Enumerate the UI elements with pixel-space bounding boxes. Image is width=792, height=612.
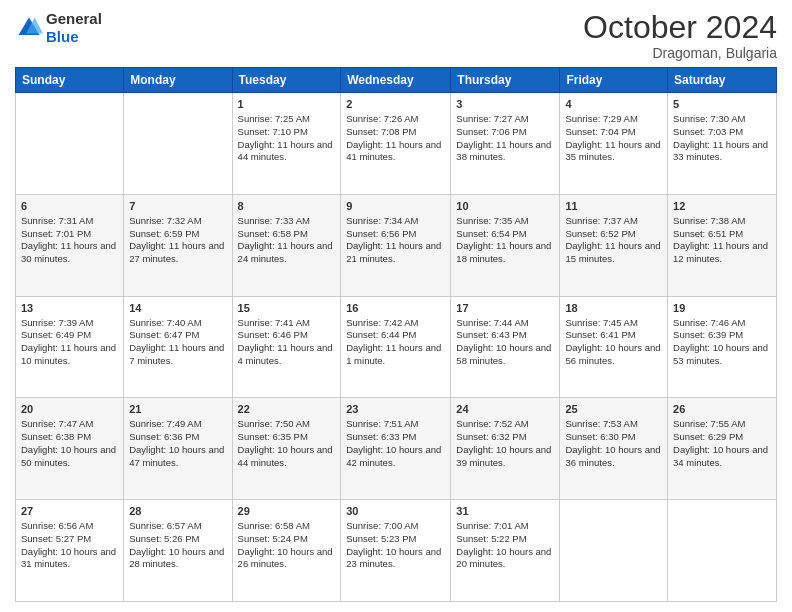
calendar-cell: 11Sunrise: 7:37 AMSunset: 6:52 PMDayligh… (560, 194, 668, 296)
daylight-text: Daylight: 10 hours and 42 minutes. (346, 444, 445, 470)
daylight-text: Daylight: 10 hours and 50 minutes. (21, 444, 118, 470)
sunrise-text: Sunrise: 7:01 AM (456, 520, 554, 533)
calendar-week-4: 20Sunrise: 7:47 AMSunset: 6:38 PMDayligh… (16, 398, 777, 500)
sunrise-text: Sunrise: 7:27 AM (456, 113, 554, 126)
daylight-text: Daylight: 11 hours and 12 minutes. (673, 240, 771, 266)
sunrise-text: Sunrise: 7:50 AM (238, 418, 336, 431)
sunset-text: Sunset: 6:35 PM (238, 431, 336, 444)
calendar-week-1: 1Sunrise: 7:25 AMSunset: 7:10 PMDaylight… (16, 93, 777, 195)
day-number: 21 (129, 402, 226, 417)
calendar-cell: 26Sunrise: 7:55 AMSunset: 6:29 PMDayligh… (668, 398, 777, 500)
day-number: 29 (238, 504, 336, 519)
daylight-text: Daylight: 11 hours and 10 minutes. (21, 342, 118, 368)
daylight-text: Daylight: 11 hours and 33 minutes. (673, 139, 771, 165)
day-number: 14 (129, 301, 226, 316)
daylight-text: Daylight: 10 hours and 31 minutes. (21, 546, 118, 572)
sunset-text: Sunset: 6:49 PM (21, 329, 118, 342)
sunset-text: Sunset: 5:22 PM (456, 533, 554, 546)
sunset-text: Sunset: 6:39 PM (673, 329, 771, 342)
calendar-header-friday: Friday (560, 68, 668, 93)
location: Dragoman, Bulgaria (583, 45, 777, 61)
daylight-text: Daylight: 11 hours and 27 minutes. (129, 240, 226, 266)
calendar-cell: 20Sunrise: 7:47 AMSunset: 6:38 PMDayligh… (16, 398, 124, 500)
daylight-text: Daylight: 10 hours and 58 minutes. (456, 342, 554, 368)
sunset-text: Sunset: 6:43 PM (456, 329, 554, 342)
calendar-cell: 30Sunrise: 7:00 AMSunset: 5:23 PMDayligh… (341, 500, 451, 602)
day-number: 24 (456, 402, 554, 417)
daylight-text: Daylight: 11 hours and 18 minutes. (456, 240, 554, 266)
calendar-cell: 1Sunrise: 7:25 AMSunset: 7:10 PMDaylight… (232, 93, 341, 195)
calendar-cell (124, 93, 232, 195)
sunrise-text: Sunrise: 7:26 AM (346, 113, 445, 126)
sunrise-text: Sunrise: 6:58 AM (238, 520, 336, 533)
sunset-text: Sunset: 7:03 PM (673, 126, 771, 139)
sunset-text: Sunset: 6:54 PM (456, 228, 554, 241)
daylight-text: Daylight: 10 hours and 23 minutes. (346, 546, 445, 572)
logo-blue: Blue (46, 28, 102, 46)
sunrise-text: Sunrise: 7:42 AM (346, 317, 445, 330)
day-number: 17 (456, 301, 554, 316)
daylight-text: Daylight: 11 hours and 7 minutes. (129, 342, 226, 368)
calendar-cell (16, 93, 124, 195)
calendar-cell: 24Sunrise: 7:52 AMSunset: 6:32 PMDayligh… (451, 398, 560, 500)
logo-icon (15, 14, 43, 42)
calendar-header-wednesday: Wednesday (341, 68, 451, 93)
sunset-text: Sunset: 6:33 PM (346, 431, 445, 444)
day-number: 12 (673, 199, 771, 214)
calendar-cell: 5Sunrise: 7:30 AMSunset: 7:03 PMDaylight… (668, 93, 777, 195)
calendar-cell: 22Sunrise: 7:50 AMSunset: 6:35 PMDayligh… (232, 398, 341, 500)
sunset-text: Sunset: 7:04 PM (565, 126, 662, 139)
calendar-cell: 16Sunrise: 7:42 AMSunset: 6:44 PMDayligh… (341, 296, 451, 398)
daylight-text: Daylight: 10 hours and 56 minutes. (565, 342, 662, 368)
calendar-cell: 7Sunrise: 7:32 AMSunset: 6:59 PMDaylight… (124, 194, 232, 296)
calendar-cell: 6Sunrise: 7:31 AMSunset: 7:01 PMDaylight… (16, 194, 124, 296)
calendar-cell: 14Sunrise: 7:40 AMSunset: 6:47 PMDayligh… (124, 296, 232, 398)
calendar-week-5: 27Sunrise: 6:56 AMSunset: 5:27 PMDayligh… (16, 500, 777, 602)
daylight-text: Daylight: 10 hours and 47 minutes. (129, 444, 226, 470)
calendar-header-thursday: Thursday (451, 68, 560, 93)
calendar-cell: 25Sunrise: 7:53 AMSunset: 6:30 PMDayligh… (560, 398, 668, 500)
sunset-text: Sunset: 7:08 PM (346, 126, 445, 139)
calendar-week-2: 6Sunrise: 7:31 AMSunset: 7:01 PMDaylight… (16, 194, 777, 296)
sunset-text: Sunset: 6:36 PM (129, 431, 226, 444)
sunrise-text: Sunrise: 6:57 AM (129, 520, 226, 533)
sunrise-text: Sunrise: 7:00 AM (346, 520, 445, 533)
sunrise-text: Sunrise: 7:30 AM (673, 113, 771, 126)
daylight-text: Daylight: 11 hours and 15 minutes. (565, 240, 662, 266)
daylight-text: Daylight: 10 hours and 28 minutes. (129, 546, 226, 572)
sunset-text: Sunset: 7:01 PM (21, 228, 118, 241)
calendar-cell: 2Sunrise: 7:26 AMSunset: 7:08 PMDaylight… (341, 93, 451, 195)
calendar-cell: 10Sunrise: 7:35 AMSunset: 6:54 PMDayligh… (451, 194, 560, 296)
day-number: 9 (346, 199, 445, 214)
day-number: 22 (238, 402, 336, 417)
sunrise-text: Sunrise: 7:52 AM (456, 418, 554, 431)
daylight-text: Daylight: 11 hours and 30 minutes. (21, 240, 118, 266)
daylight-text: Daylight: 11 hours and 1 minute. (346, 342, 445, 368)
day-number: 8 (238, 199, 336, 214)
sunrise-text: Sunrise: 7:53 AM (565, 418, 662, 431)
month-title: October 2024 (583, 10, 777, 45)
sunrise-text: Sunrise: 7:46 AM (673, 317, 771, 330)
daylight-text: Daylight: 11 hours and 21 minutes. (346, 240, 445, 266)
sunrise-text: Sunrise: 7:32 AM (129, 215, 226, 228)
day-number: 19 (673, 301, 771, 316)
sunrise-text: Sunrise: 7:55 AM (673, 418, 771, 431)
sunrise-text: Sunrise: 7:31 AM (21, 215, 118, 228)
calendar-header-row: SundayMondayTuesdayWednesdayThursdayFrid… (16, 68, 777, 93)
daylight-text: Daylight: 11 hours and 44 minutes. (238, 139, 336, 165)
calendar-cell (560, 500, 668, 602)
calendar-cell: 15Sunrise: 7:41 AMSunset: 6:46 PMDayligh… (232, 296, 341, 398)
day-number: 7 (129, 199, 226, 214)
sunset-text: Sunset: 6:56 PM (346, 228, 445, 241)
calendar-header-tuesday: Tuesday (232, 68, 341, 93)
calendar-cell: 19Sunrise: 7:46 AMSunset: 6:39 PMDayligh… (668, 296, 777, 398)
daylight-text: Daylight: 11 hours and 38 minutes. (456, 139, 554, 165)
calendar-cell: 8Sunrise: 7:33 AMSunset: 6:58 PMDaylight… (232, 194, 341, 296)
calendar-cell: 21Sunrise: 7:49 AMSunset: 6:36 PMDayligh… (124, 398, 232, 500)
day-number: 10 (456, 199, 554, 214)
sunrise-text: Sunrise: 7:35 AM (456, 215, 554, 228)
daylight-text: Daylight: 10 hours and 36 minutes. (565, 444, 662, 470)
sunset-text: Sunset: 6:52 PM (565, 228, 662, 241)
daylight-text: Daylight: 10 hours and 44 minutes. (238, 444, 336, 470)
calendar-cell: 28Sunrise: 6:57 AMSunset: 5:26 PMDayligh… (124, 500, 232, 602)
